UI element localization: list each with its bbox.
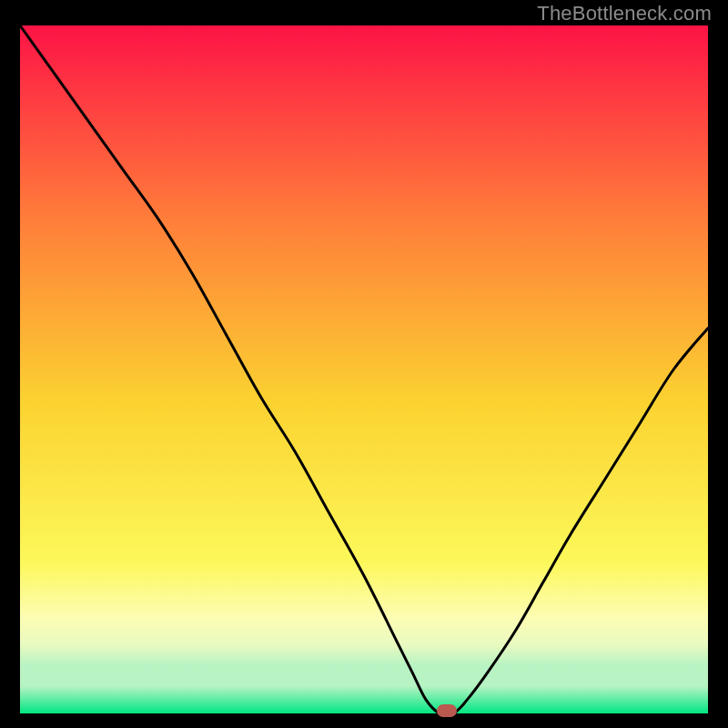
optimal-point-marker: [437, 704, 457, 717]
plot-area: [20, 25, 708, 713]
chart-frame: TheBottleneck.com: [0, 0, 728, 728]
watermark-text: TheBottleneck.com: [537, 2, 712, 25]
gradient-background: [20, 25, 708, 713]
plot-svg: [20, 25, 708, 713]
